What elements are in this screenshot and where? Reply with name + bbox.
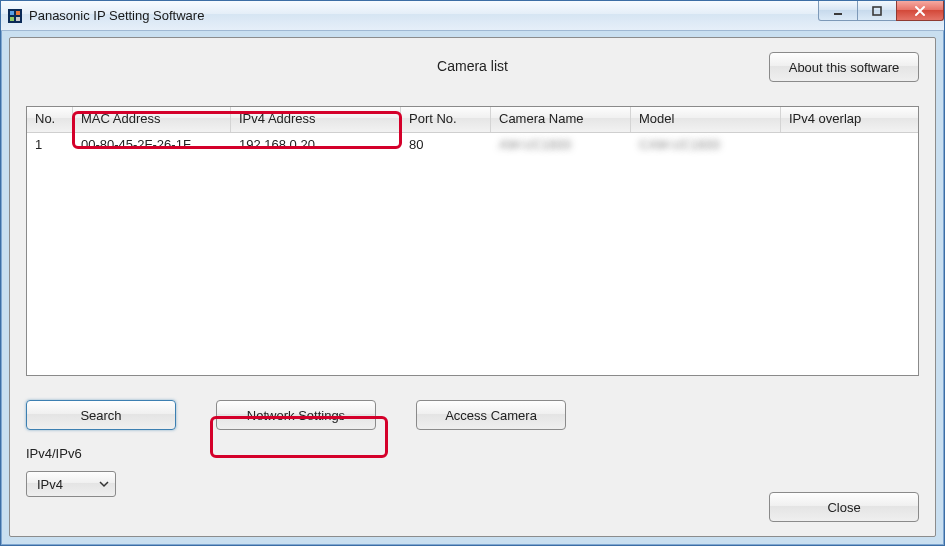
- cell-ip: 192.168.0.20: [231, 133, 401, 159]
- close-window-button[interactable]: [896, 1, 944, 21]
- table-header: No. MAC Address IPv4 Address Port No. Ca…: [27, 107, 918, 133]
- col-header-overlap[interactable]: IPv4 overlap: [781, 107, 918, 132]
- col-header-camera[interactable]: Camera Name: [491, 107, 631, 132]
- cell-no: 1: [27, 133, 73, 159]
- camera-list-table[interactable]: No. MAC Address IPv4 Address Port No. Ca…: [26, 106, 919, 376]
- window-title: Panasonic IP Setting Software: [29, 8, 819, 23]
- svg-rect-4: [16, 17, 20, 21]
- ip-family-select[interactable]: IPv4: [26, 471, 116, 497]
- ip-family-label: IPv4/IPv6: [26, 446, 919, 461]
- col-header-mac[interactable]: MAC Address: [73, 107, 231, 132]
- window-controls: [819, 1, 944, 30]
- close-button[interactable]: Close: [769, 492, 919, 522]
- cell-mac: 00-80-45-2F-26-1F: [73, 133, 231, 159]
- network-settings-button[interactable]: Network Settings: [216, 400, 376, 430]
- minimize-button[interactable]: [818, 1, 858, 21]
- access-camera-button[interactable]: Access Camera: [416, 400, 566, 430]
- about-software-button[interactable]: About this software: [769, 52, 919, 82]
- col-header-port[interactable]: Port No.: [401, 107, 491, 132]
- cell-port: 80: [401, 133, 491, 159]
- search-button[interactable]: Search: [26, 400, 176, 430]
- app-icon: [7, 8, 23, 24]
- svg-rect-2: [16, 11, 20, 15]
- col-header-model[interactable]: Model: [631, 107, 781, 132]
- app-window: Panasonic IP Setting Software Camera lis…: [0, 0, 945, 546]
- action-button-row: Search Network Settings Access Camera: [26, 400, 919, 430]
- chevron-down-icon: [99, 477, 109, 492]
- col-header-ip[interactable]: IPv4 Address: [231, 107, 401, 132]
- client-area: Camera list About this software No. MAC …: [9, 37, 936, 537]
- maximize-button[interactable]: [857, 1, 897, 21]
- ip-family-selected: IPv4: [37, 477, 63, 492]
- cell-model: CAM-UC1600: [631, 133, 781, 159]
- svg-rect-1: [10, 11, 14, 15]
- titlebar: Panasonic IP Setting Software: [1, 1, 944, 31]
- cell-camera: AW-UC1600: [491, 133, 631, 159]
- svg-rect-5: [834, 13, 842, 15]
- table-row[interactable]: 1 00-80-45-2F-26-1F 192.168.0.20 80 AW-U…: [27, 133, 918, 159]
- close-button-wrap: Close: [769, 492, 919, 522]
- cell-overlap: [781, 133, 918, 159]
- header-row: Camera list About this software: [26, 52, 919, 96]
- col-header-no[interactable]: No.: [27, 107, 73, 132]
- svg-rect-6: [873, 7, 881, 15]
- svg-rect-3: [10, 17, 14, 21]
